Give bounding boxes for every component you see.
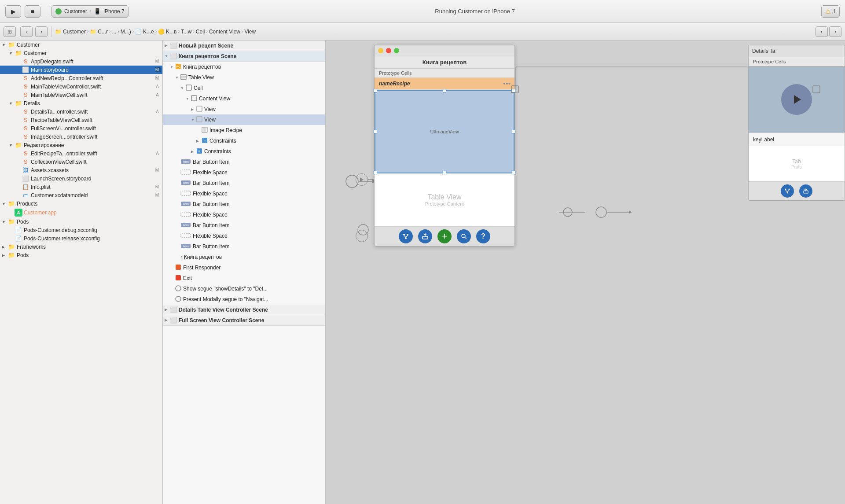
device-name: iPhone 7 [103, 8, 124, 15]
outline-item-constraints1[interactable]: ▶ = Constraints [163, 136, 325, 146]
outline-item-kniga-vc[interactable]: ▼ VC Книга рецептов [163, 62, 325, 72]
outline-item-flexible4[interactable]: ▶ Flexible Space [163, 231, 325, 241]
bc-contentview[interactable]: Content View [209, 29, 240, 35]
file-item-infoplist[interactable]: ▶ 📋 Info.plist M [0, 183, 162, 191]
outline-item-kniga-back[interactable]: ▶ ‹ Книга рецептов [163, 252, 325, 262]
bc-view[interactable]: View [244, 29, 256, 35]
outline-item-table-view[interactable]: ▼ Table View [163, 72, 325, 83]
second-toolbar-btn2[interactable] [799, 184, 812, 198]
outline-item-flexible3[interactable]: ▶ Flexible Space [163, 210, 325, 220]
outline-item-baritem2[interactable]: ▶ Item Bar Button Item [163, 178, 325, 188]
file-item-pods-root[interactable]: ▶ 📁 Pods [0, 251, 162, 259]
bc-next-btn[interactable]: › [829, 26, 841, 37]
file-item-details-folder[interactable]: ▼ 📁 Details [0, 99, 162, 107]
file-item-imagescreen[interactable]: ▶ S ImageScreen...ontroller.swift [0, 132, 162, 141]
outline-item-content-view[interactable]: ▼ Content View [163, 93, 325, 104]
play-button-large[interactable] [781, 84, 812, 115]
arrow-view-parent[interactable]: ▶ [191, 107, 195, 111]
bc-kv[interactable]: 🟡 K...в [158, 29, 176, 35]
file-item-recipetablevc[interactable]: ▶ S RecipeTableViewCell.swift [0, 116, 162, 124]
nav-forward-btn[interactable]: › [35, 26, 48, 37]
dot-green[interactable] [394, 48, 399, 53]
file-item-frameworks-folder[interactable]: ▶ 📁 Frameworks [0, 243, 162, 251]
file-item-customer-root[interactable]: ▼ 📁 Customer [0, 40, 162, 49]
file-item-customer-app[interactable]: ▶ A Customer.app [0, 208, 162, 217]
file-item-maintablevc[interactable]: ▶ S MainTableViewController.swift A [0, 82, 162, 91]
arrow-content-view[interactable]: ▼ [186, 97, 190, 101]
file-item-pods-folder[interactable]: ▼ 📁 Pods [0, 217, 162, 226]
bc-tw[interactable]: T...w [181, 29, 192, 35]
toolbar-btn-search[interactable] [457, 229, 471, 243]
toolbar-btn-upload[interactable] [418, 229, 432, 243]
arrow-new-recipe-scene[interactable]: ▶ [165, 44, 169, 48]
bc-prev-btn[interactable]: ‹ [816, 26, 828, 37]
outline-item-flexible2[interactable]: ▶ Flexible Space [163, 188, 325, 199]
bc-ke[interactable]: 📄 K...e [135, 29, 154, 35]
arrow-constraints1[interactable]: ▶ [196, 139, 201, 143]
toolbar-btn-help[interactable]: ? [476, 229, 490, 243]
file-item-detailstable[interactable]: ▶ S DetailsTa...ontroller.swift A [0, 107, 162, 116]
scheme-selector[interactable]: Customer › 📱 iPhone 7 [51, 5, 129, 18]
file-item-products-folder[interactable]: ▼ 📁 Products [0, 199, 162, 208]
toolbar-btn-plus[interactable]: + [437, 229, 452, 243]
outline-item-image-recipe[interactable]: ▶ Image Recipe [163, 125, 325, 136]
file-item-appdelegate[interactable]: ▶ S AppDelegate.swift M [0, 57, 162, 66]
nav-back-btn[interactable]: ‹ [20, 26, 33, 37]
outline-item-segue1[interactable]: ▶ Show segue "showDetails" to "Det... [163, 283, 325, 294]
file-item-collectioncell[interactable]: ▶ S CollectionViewCell.swift [0, 158, 162, 166]
file-item-editrecipeta[interactable]: ▶ S EditRecipeTa...ontroller.swift A [0, 149, 162, 158]
view-grid-btn[interactable]: ⊞ [4, 26, 16, 37]
dot-yellow[interactable] [378, 48, 383, 53]
arrow-fullscreen-scene[interactable]: ▶ [165, 318, 169, 322]
bc-customer[interactable]: 📁 Customer [55, 29, 86, 35]
canvas-area[interactable]: Книга рецептов Prototype Cells nameRecip… [326, 40, 845, 504]
file-item-pods-release[interactable]: ▶ 📄 Pods-Customer.release.xcconfig [0, 234, 162, 243]
bc-cell[interactable]: Cell [196, 29, 205, 35]
file-item-fullscreenvi[interactable]: ▶ S FullScreenVi...ontroller.swift [0, 124, 162, 132]
file-item-xcdatamodel[interactable]: ▶ 🗃 Customer.xcdatamodeld M [0, 191, 162, 199]
outline-item-cell[interactable]: ▼ Cell [163, 83, 325, 93]
second-toolbar-btn1[interactable] [781, 184, 794, 198]
outline-item-constraints2[interactable]: ▶ = Constraints [163, 146, 325, 157]
outline-item-baritem4[interactable]: ▶ Item Bar Button Item [163, 220, 325, 231]
outline-item-baritem3[interactable]: ▶ Item Bar Button Item [163, 199, 325, 210]
outline-item-baritem1[interactable]: ▶ Item Bar Button Item [163, 157, 325, 167]
outline-section-details[interactable]: ▶ ⬜ Details Table View Controller Scene [163, 305, 325, 315]
stop-button[interactable]: ■ [25, 5, 40, 18]
outline-section-new-recipe[interactable]: ▶ ⬜ Новый рецепт Scene [163, 40, 325, 51]
file-item-assets[interactable]: ▶ 🖼 Assets.xcassets M [0, 166, 162, 174]
scene-bottom-toolbar: + ? [375, 226, 514, 246]
arrow-constraints2[interactable]: ▶ [191, 150, 195, 154]
outline-item-segue2[interactable]: ▶ Present Modally segue to "Navigat... [163, 294, 325, 305]
arrow-details-scene[interactable]: ▶ [165, 308, 169, 312]
arrow-view-selected[interactable]: ▼ [191, 118, 195, 122]
file-item-customer-group[interactable]: ▼ 📁 Customer [0, 49, 162, 57]
outline-item-flexible1[interactable]: ▶ Flexible Space [163, 167, 325, 178]
file-item-maintablecell[interactable]: ▶ S MainTableViewCell.swift A [0, 91, 162, 99]
file-item-launchscreen[interactable]: ▶ ⬜ LaunchScreen.storyboard [0, 174, 162, 183]
outline-item-view-selected[interactable]: ▼ View [163, 114, 325, 125]
warning-badge[interactable]: ⚠ 1 [821, 5, 840, 18]
bc-m[interactable]: M...) [121, 29, 131, 35]
label-baritem5: Bar Button Item [193, 243, 229, 250]
run-button[interactable]: ▶ [5, 5, 21, 18]
dot-red[interactable] [386, 48, 391, 53]
arrow-kniga-scene[interactable]: ▼ [165, 54, 169, 58]
outline-section-fullscreen[interactable]: ▶ ⬜ Full Screen View Controller Scene [163, 315, 325, 326]
arrow-kniga-vc[interactable]: ▼ [170, 65, 174, 69]
outline-item-exit[interactable]: ▶ Exit [163, 273, 325, 283]
file-item-pods-debug[interactable]: ▶ 📄 Pods-Customer.debug.xcconfig [0, 226, 162, 234]
file-item-redakt-folder[interactable]: ▼ 📁 Редактирование [0, 141, 162, 149]
outline-item-first-responder[interactable]: ▶ First Responder [163, 262, 325, 273]
flexible4-icon [180, 232, 191, 240]
toolbar-btn-fork[interactable] [399, 229, 413, 243]
outline-item-view-parent[interactable]: ▶ View [163, 104, 325, 114]
outline-item-baritem5[interactable]: ▶ Item Bar Button Item [163, 241, 325, 252]
file-item-addnewrecip[interactable]: ▶ S AddNewRecip...Controller.swift M [0, 74, 162, 82]
arrow-cell[interactable]: ▼ [180, 86, 185, 90]
bc-dots[interactable]: ... [112, 29, 116, 35]
file-item-main-storyboard[interactable]: ▶ ⬜ Main.storyboard M [0, 66, 162, 74]
outline-section-kniga[interactable]: ▼ ⬜ Книга рецептов Scene [163, 51, 325, 62]
arrow-table-view[interactable]: ▼ [175, 76, 180, 80]
bc-cr[interactable]: 📁 C...r [90, 29, 108, 35]
